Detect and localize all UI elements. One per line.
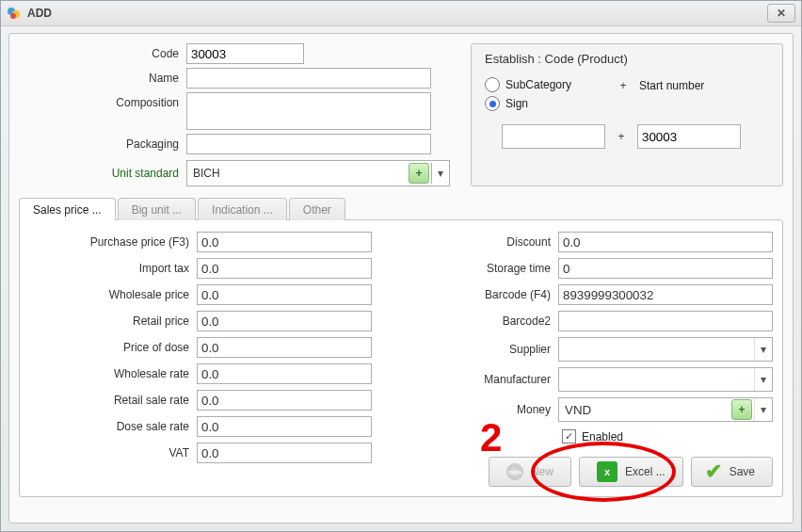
supplier-dropdown-button[interactable]: ▾	[754, 338, 772, 361]
plus-icon: +	[415, 167, 422, 180]
close-icon: ✕	[777, 7, 786, 20]
new-button[interactable]: new New	[489, 457, 571, 487]
save-button-label: Save	[730, 465, 755, 478]
purchase-price-input[interactable]	[197, 232, 372, 252]
enabled-label: Enabled	[582, 430, 623, 443]
money-label: Money	[391, 403, 558, 416]
price-right-column: Discount Storage time Barcode (F4) Barco…	[391, 232, 773, 487]
establish-panel: Establish : Code (Product) SubCategory S…	[471, 43, 783, 186]
barcode2-input[interactable]	[558, 311, 773, 331]
name-input[interactable]	[186, 68, 431, 89]
start-number-input[interactable]	[637, 124, 741, 149]
establish-title: Establish : Code (Product)	[485, 52, 769, 66]
unit-dropdown-button[interactable]: ▾	[431, 163, 449, 184]
storage-time-label: Storage time	[391, 262, 558, 275]
enabled-checkbox[interactable]: Enabled	[558, 429, 623, 443]
name-label: Name	[19, 72, 186, 85]
price-of-dose-input[interactable]	[197, 337, 372, 358]
window-title: ADD	[27, 7, 52, 20]
chevron-down-icon: ▾	[761, 403, 766, 416]
chevron-down-icon: ▾	[761, 373, 766, 386]
close-button[interactable]: ✕	[767, 4, 795, 23]
checkbox-icon	[562, 429, 576, 443]
composition-input[interactable]	[186, 92, 431, 130]
money-value[interactable]	[559, 398, 730, 421]
new-icon: new	[506, 463, 523, 480]
add-dialog: ADD ✕ Code Name Composition	[0, 0, 802, 532]
supplier-label: Supplier	[391, 343, 558, 356]
tab-sales-price[interactable]: Sales price ...	[19, 198, 116, 220]
money-dropdown-button[interactable]: ▾	[754, 398, 772, 421]
discount-label: Discount	[391, 235, 558, 249]
packaging-input[interactable]	[186, 134, 431, 154]
money-combo[interactable]: + ▾	[558, 397, 773, 422]
vat-label: VAT	[29, 446, 197, 459]
wholesale-price-input[interactable]	[197, 284, 372, 305]
radio-subcategory[interactable]: SubCategory	[485, 77, 598, 92]
manufacturer-combo[interactable]: ▾	[558, 367, 773, 392]
excel-button[interactable]: x Excel ...	[579, 457, 683, 487]
new-button-label: New	[531, 465, 553, 478]
code-label: Code	[19, 47, 186, 60]
radio-sign[interactable]: Sign	[485, 96, 598, 111]
app-icon	[7, 6, 22, 21]
barcode-input[interactable]	[558, 284, 773, 305]
tabset: Sales price ... Big unit ... Indication …	[19, 198, 783, 220]
sign-input[interactable]	[502, 124, 605, 149]
retail-price-input[interactable]	[197, 311, 372, 331]
discount-input[interactable]	[558, 232, 773, 252]
dose-sale-rate-label: Dose sale rate	[29, 420, 197, 433]
radio-subcategory-label: SubCategory	[505, 78, 571, 91]
composition-label: Composition	[19, 92, 186, 109]
tab-other[interactable]: Other	[289, 198, 345, 220]
radio-sign-label: Sign	[505, 97, 528, 110]
product-header-form: Code Name Composition Packaging Unit sta…	[19, 43, 452, 186]
annotation-number: 2	[480, 415, 502, 460]
titlebar: ADD ✕	[1, 1, 801, 26]
button-bar: new New x Excel ... ✔ Save	[391, 457, 773, 487]
code-input[interactable]	[186, 43, 304, 64]
manufacturer-value[interactable]	[559, 368, 754, 391]
import-tax-input[interactable]	[197, 258, 372, 279]
save-button[interactable]: ✔ Save	[691, 457, 773, 487]
barcode2-label: Barcode2	[391, 314, 558, 328]
vat-input[interactable]	[197, 443, 372, 463]
storage-time-input[interactable]	[558, 258, 773, 279]
dose-sale-rate-input[interactable]	[197, 416, 372, 437]
plus-icon: +	[738, 403, 745, 416]
radio-icon	[485, 77, 500, 92]
tab-body-sales-price: Purchase price (F3) Import tax Wholesale…	[19, 219, 783, 497]
unit-standard-value: BICH	[187, 167, 409, 180]
purchase-price-label: Purchase price (F3)	[29, 235, 197, 249]
unit-add-button[interactable]: +	[409, 163, 429, 184]
tab-big-unit[interactable]: Big unit ...	[118, 198, 196, 220]
manufacturer-dropdown-button[interactable]: ▾	[754, 368, 772, 391]
money-add-button[interactable]: +	[731, 399, 752, 420]
retail-sale-rate-input[interactable]	[197, 390, 372, 411]
manufacturer-label: Manufacturer	[391, 373, 558, 386]
chevron-down-icon: ▾	[438, 167, 443, 180]
wholesale-rate-input[interactable]	[197, 363, 372, 384]
radio-icon	[485, 96, 500, 111]
wholesale-price-label: Wholesale price	[29, 288, 197, 301]
check-icon: ✔	[705, 459, 722, 484]
unit-standard-combo[interactable]: BICH + ▾	[186, 160, 450, 186]
supplier-value[interactable]	[559, 338, 754, 361]
packaging-label: Packaging	[19, 137, 186, 151]
plus-label: +	[615, 130, 628, 143]
svg-point-2	[10, 13, 16, 19]
price-left-column: Purchase price (F3) Import tax Wholesale…	[29, 232, 372, 487]
wholesale-rate-label: Wholesale rate	[29, 367, 197, 380]
excel-icon: x	[597, 461, 618, 482]
unit-standard-label: Unit standard	[19, 167, 186, 180]
barcode-label: Barcode (F4)	[391, 288, 558, 301]
tab-indication[interactable]: Indication ...	[198, 198, 287, 220]
import-tax-label: Import tax	[29, 262, 197, 275]
plus-label: +	[617, 79, 630, 92]
retail-sale-rate-label: Retail sale rate	[29, 394, 197, 407]
start-number-label: Start number	[639, 79, 704, 92]
supplier-combo[interactable]: ▾	[558, 337, 773, 362]
retail-price-label: Retail price	[29, 314, 197, 328]
content-panel: Code Name Composition Packaging Unit sta…	[8, 33, 794, 524]
chevron-down-icon: ▾	[761, 343, 766, 356]
